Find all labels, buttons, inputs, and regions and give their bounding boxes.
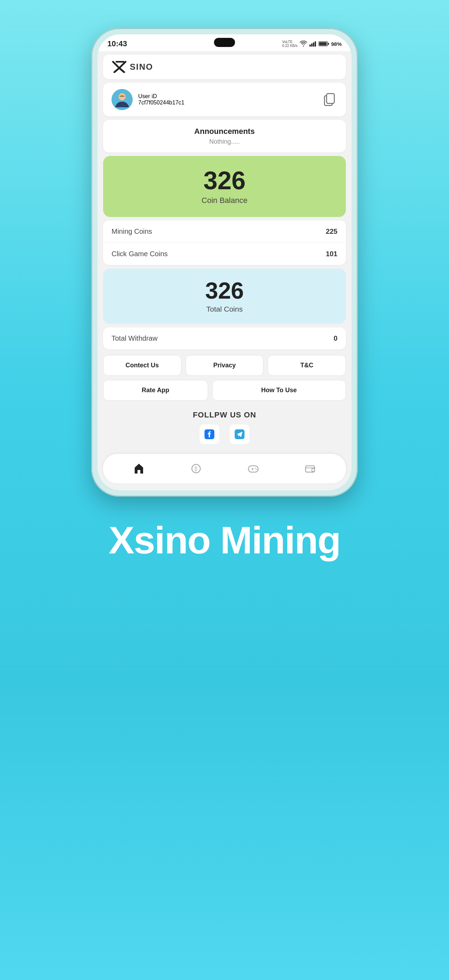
mining-coins-label: Mining Coins [112,228,152,235]
nav-mining[interactable]: ₿ [183,460,209,478]
withdraw-row: Total Withdraw 0 [103,328,346,350]
avatar [112,89,133,110]
status-time: 10:43 [107,39,127,48]
privacy-button[interactable]: Privacy [185,355,264,376]
copy-button[interactable] [322,92,337,107]
logo-icon [112,61,128,73]
nav-home[interactable] [126,460,152,478]
click-game-label: Click Game Coins [112,250,168,258]
rate-app-button[interactable]: Rate App [103,380,208,401]
svg-rect-5 [319,42,327,46]
bottom-nav: ₿ [103,454,346,483]
battery-percent: 98% [331,41,342,47]
withdraw-label: Total Withdraw [112,334,158,342]
brand-text: Xsino Mining [109,518,340,562]
signal-icon [309,41,316,47]
svg-rect-3 [315,41,316,47]
svg-rect-0 [309,45,311,47]
status-bar: 10:43 VoLTE 0.22 KB/s [97,34,352,51]
svg-rect-2 [313,42,314,47]
wifi-icon [300,41,307,47]
click-game-coins-row: Click Game Coins 101 [103,243,346,265]
svg-rect-6 [328,43,329,45]
phone-wrapper: 10:43 VoLTE 0.22 KB/s [91,28,358,497]
how-to-use-button[interactable]: How To Use [212,380,346,401]
buttons-row-1: Contect Us Privacy T&C [103,355,346,376]
stats-section: Mining Coins 225 Click Game Coins 101 [103,221,346,265]
battery-icon [318,41,329,47]
svg-text:₿: ₿ [195,466,198,472]
svg-rect-11 [327,94,334,103]
announcements-card: Announcements Nothing..... [103,120,346,153]
click-game-value: 101 [326,250,337,258]
nav-wallet[interactable] [297,460,324,478]
tnc-button[interactable]: T&C [268,355,346,376]
lte-label: VoLTE 0.22 KB/s [282,40,297,48]
user-id-value: 7cf7f050244b17c1 [138,100,184,106]
total-coins-label: Total Coins [112,305,337,313]
svg-point-20 [256,469,257,470]
contact-us-button[interactable]: Contect Us [103,355,181,376]
coin-balance-number: 326 [112,168,337,193]
nav-games[interactable] [240,460,267,478]
header-bar: SINO [103,55,346,79]
follow-title: FOLLPW US ON [109,410,340,420]
telegram-icon[interactable] [230,425,249,444]
announcements-content: Nothing..... [112,138,337,145]
status-icons: VoLTE 0.22 KB/s [282,40,342,48]
withdraw-value: 0 [334,334,337,342]
phone-screen: 10:43 VoLTE 0.22 KB/s [97,34,352,490]
svg-rect-1 [311,43,313,47]
buttons-row-2: Rate App How To Use [103,380,346,401]
user-id-label: User iD [138,93,184,100]
total-coins-card: 326 Total Coins [103,269,346,324]
follow-section: FOLLPW US ON [103,405,346,450]
total-coins-number: 326 [112,279,337,302]
svg-point-19 [255,468,256,469]
coin-balance-card: 326 Coin Balance [103,156,346,217]
announcements-title: Announcements [112,127,337,136]
user-info: User iD 7cf7f050244b17c1 [138,93,184,106]
mining-coins-row: Mining Coins 225 [103,221,346,243]
user-left: User iD 7cf7f050244b17c1 [112,89,184,110]
facebook-icon[interactable] [200,425,219,444]
mining-coins-value: 225 [326,228,337,235]
follow-icons-row [109,425,340,444]
coin-balance-label: Coin Balance [112,196,337,205]
user-card: User iD 7cf7f050244b17c1 [103,83,346,116]
app-name-label: SINO [130,62,153,72]
notch [214,38,235,47]
action-buttons: Contect Us Privacy T&C Rate App How To U… [103,355,346,401]
logo-area: SINO [112,61,337,73]
